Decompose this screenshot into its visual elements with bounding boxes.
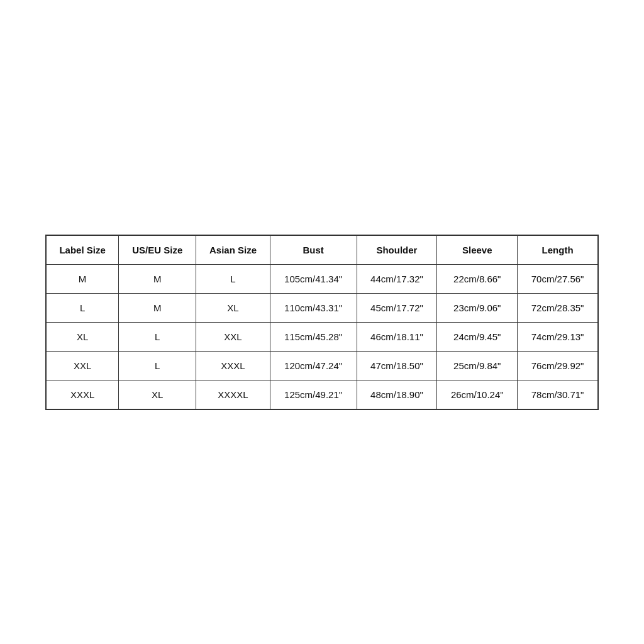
- cell-bust: 105cm/41.34": [270, 264, 357, 293]
- cell-label_size: L: [47, 293, 119, 322]
- cell-length: 70cm/27.56": [518, 264, 598, 293]
- cell-shoulder: 48cm/18.90": [357, 380, 437, 409]
- cell-shoulder: 47cm/18.50": [357, 351, 437, 380]
- cell-us_eu_size: L: [119, 351, 196, 380]
- col-header-bust: Bust: [270, 235, 357, 264]
- cell-asian_size: XXXXL: [196, 380, 270, 409]
- col-header-us-eu-size: US/EU Size: [119, 235, 196, 264]
- cell-us_eu_size: M: [119, 264, 196, 293]
- cell-length: 74cm/29.13": [518, 322, 598, 351]
- table-row: XLLXXL115cm/45.28"46cm/18.11"24cm/9.45"7…: [47, 322, 598, 351]
- cell-label_size: XL: [47, 322, 119, 351]
- cell-asian_size: L: [196, 264, 270, 293]
- table-row: LMXL110cm/43.31"45cm/17.72"23cm/9.06"72c…: [47, 293, 598, 322]
- cell-label_size: M: [47, 264, 119, 293]
- cell-length: 72cm/28.35": [518, 293, 598, 322]
- table-row: MML105cm/41.34"44cm/17.32"22cm/8.66"70cm…: [47, 264, 598, 293]
- cell-sleeve: 26cm/10.24": [437, 380, 518, 409]
- col-header-sleeve: Sleeve: [437, 235, 518, 264]
- cell-bust: 110cm/43.31": [270, 293, 357, 322]
- cell-label_size: XXL: [47, 351, 119, 380]
- cell-length: 76cm/29.92": [518, 351, 598, 380]
- col-header-shoulder: Shoulder: [357, 235, 437, 264]
- table-header-row: Label Size US/EU Size Asian Size Bust Sh…: [47, 235, 598, 264]
- size-chart-container: Label Size US/EU Size Asian Size Bust Sh…: [45, 235, 599, 410]
- cell-shoulder: 46cm/18.11": [357, 322, 437, 351]
- cell-sleeve: 25cm/9.84": [437, 351, 518, 380]
- cell-label_size: XXXL: [47, 380, 119, 409]
- col-header-label-size: Label Size: [47, 235, 119, 264]
- table-row: XXLLXXXL120cm/47.24"47cm/18.50"25cm/9.84…: [47, 351, 598, 380]
- table-row: XXXLXLXXXXL125cm/49.21"48cm/18.90"26cm/1…: [47, 380, 598, 409]
- cell-shoulder: 45cm/17.72": [357, 293, 437, 322]
- cell-sleeve: 23cm/9.06": [437, 293, 518, 322]
- cell-asian_size: XXXL: [196, 351, 270, 380]
- cell-sleeve: 22cm/8.66": [437, 264, 518, 293]
- cell-bust: 115cm/45.28": [270, 322, 357, 351]
- size-chart-table: Label Size US/EU Size Asian Size Bust Sh…: [46, 235, 598, 409]
- cell-bust: 125cm/49.21": [270, 380, 357, 409]
- cell-sleeve: 24cm/9.45": [437, 322, 518, 351]
- cell-asian_size: XL: [196, 293, 270, 322]
- cell-us_eu_size: L: [119, 322, 196, 351]
- cell-us_eu_size: M: [119, 293, 196, 322]
- col-header-length: Length: [518, 235, 598, 264]
- cell-asian_size: XXL: [196, 322, 270, 351]
- cell-shoulder: 44cm/17.32": [357, 264, 437, 293]
- col-header-asian-size: Asian Size: [196, 235, 270, 264]
- cell-bust: 120cm/47.24": [270, 351, 357, 380]
- cell-length: 78cm/30.71": [518, 380, 598, 409]
- cell-us_eu_size: XL: [119, 380, 196, 409]
